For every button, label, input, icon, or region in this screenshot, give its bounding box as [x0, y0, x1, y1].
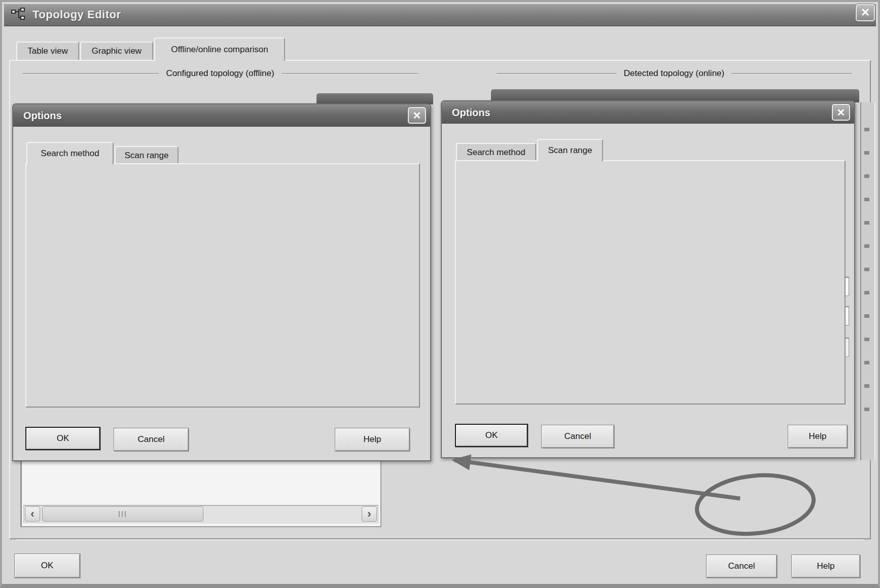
- topology-editor-window: Topology Editor ✕ Table view Graphic vie…: [0, 0, 880, 588]
- detected-topology-heading: Detected topology (online): [497, 67, 852, 80]
- configured-topology-list: ‹ ›: [20, 459, 381, 527]
- dialog-titlebar: Options: [13, 104, 430, 127]
- offline-horizontal-scrollbar[interactable]: ‹ ›: [23, 505, 378, 523]
- titlebar: Topology Editor: [4, 4, 876, 26]
- cancel-button[interactable]: Cancel: [541, 425, 614, 448]
- offline-panel-top-edge: [316, 93, 433, 104]
- tab-scan-range[interactable]: Scan range: [537, 139, 603, 161]
- tab-table-view[interactable]: Table view: [16, 42, 79, 60]
- dialog-title: Options: [23, 110, 62, 122]
- scrollbar-thumb[interactable]: [42, 506, 203, 522]
- help-button[interactable]: Help: [335, 428, 410, 451]
- main-help-button[interactable]: Help: [791, 555, 860, 578]
- ok-button[interactable]: OK: [25, 427, 100, 450]
- scrollbar-grip: [119, 511, 127, 517]
- dialog-close-icon[interactable]: ✕: [408, 107, 426, 124]
- tab-search-method[interactable]: Search method: [456, 143, 536, 161]
- help-button[interactable]: Help: [788, 425, 848, 448]
- tab-scan-range[interactable]: Scan range: [115, 146, 179, 164]
- options-dialog-search-method: Options ✕ Search method Scan range Pleas…: [12, 103, 431, 461]
- main-cancel-button[interactable]: Cancel: [706, 555, 777, 578]
- topology-app-icon: [10, 7, 27, 23]
- divider: [731, 73, 852, 75]
- cancel-button[interactable]: Cancel: [114, 428, 189, 451]
- scroll-left-icon[interactable]: ‹: [25, 506, 40, 522]
- online-panel-right-edge: [860, 102, 875, 460]
- tab-graphic-view[interactable]: Graphic view: [80, 42, 153, 60]
- divider: [497, 73, 617, 75]
- main-ok-button[interactable]: OK: [14, 554, 80, 578]
- window-close-icon[interactable]: ✕: [856, 4, 875, 21]
- scan-range-page: [455, 160, 846, 405]
- options-dialog-scan-range: Options ✕ Search method Scan range Pleas…: [441, 100, 855, 458]
- tab-offline-online-comparison[interactable]: Offline/online comparison: [154, 38, 285, 61]
- tab-search-method[interactable]: Search method: [26, 142, 114, 164]
- dialog-title: Options: [452, 107, 490, 119]
- scroll-right-icon[interactable]: ›: [362, 506, 377, 522]
- search-method-page: [25, 163, 420, 408]
- ok-button[interactable]: OK: [455, 424, 528, 447]
- footer-divider: [16, 538, 864, 540]
- window-title: Topology Editor: [32, 8, 121, 21]
- background-artifact: [864, 128, 869, 412]
- divider: [22, 73, 159, 75]
- configured-topology-heading: Configured topology (offline): [22, 67, 418, 80]
- dialog-titlebar: Options: [442, 101, 854, 124]
- dialog-close-icon[interactable]: ✕: [832, 104, 850, 121]
- divider: [281, 73, 418, 75]
